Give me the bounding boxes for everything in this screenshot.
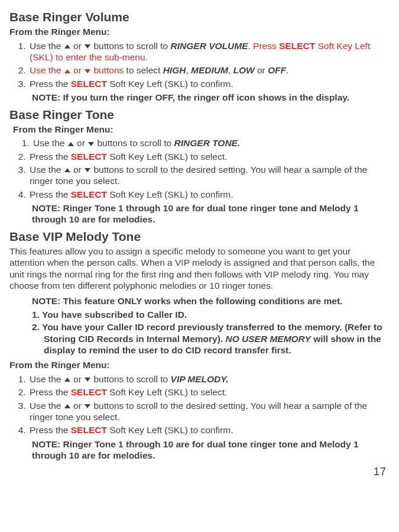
heading-base-vip-melody: Base VIP Melody Tone (9, 229, 386, 244)
label-select: SELECT (71, 387, 107, 397)
text: Press the (30, 151, 71, 162)
term-no-user-memory: NO USER MEMORY (225, 334, 310, 344)
up-arrow-icon (64, 168, 70, 172)
up-arrow-icon (64, 69, 70, 73)
up-arrow-icon (68, 142, 74, 146)
text: or (71, 374, 84, 384)
heading-base-ringer-volume: Base Ringer Volume (9, 9, 386, 25)
label-select: SELECT (279, 41, 315, 51)
condition-1: 1. You have subscribed to Caller ID. (32, 309, 386, 320)
steps-ringer-volume: Use the or buttons to scroll to RINGER V… (9, 40, 386, 90)
opt-medium: MEDIUM (191, 65, 228, 75)
step: Use the or buttons to scroll to RINGER V… (28, 40, 386, 63)
step: Press the SELECT Soft Key Left (SKL) to … (28, 78, 386, 89)
label-select: SELECT (71, 425, 107, 435)
subhead-ringer-menu-3: From the Ringer Menu: (9, 359, 386, 370)
text: Use the (30, 165, 64, 175)
text: buttons (91, 65, 124, 75)
note-ringer-off: NOTE: If you turn the ringer OFF, the ri… (32, 92, 386, 103)
text: Soft Key Left (SKL) to select. (107, 151, 227, 162)
down-arrow-icon (85, 44, 90, 49)
step: Press the SELECT Soft Key Left (SKL) to … (28, 151, 386, 162)
text: or (71, 65, 84, 75)
text: buttons to scroll to (91, 41, 170, 51)
subhead-ringer-menu-2: From the Ringer Menu: (13, 124, 386, 135)
note-conditions: NOTE: This feature ONLY works when the f… (32, 295, 386, 307)
steps-ringer-tone-cont: Press the SELECT Soft Key Left (SKL) to … (9, 151, 386, 201)
heading-base-ringer-tone: Base Ringer Tone (9, 107, 386, 122)
text: , (186, 65, 191, 75)
term-ringer-tone: RINGER TONE. (174, 138, 241, 148)
steps-ringer-tone: Use the or buttons to scroll to RINGER T… (9, 137, 386, 149)
text: Use the (33, 138, 67, 148)
text: buttons to scroll to (95, 138, 174, 148)
down-arrow-icon (85, 378, 90, 382)
text: Soft Key Left (SKL) to confirm. (107, 425, 233, 435)
text: 2. (32, 322, 40, 332)
text: or (71, 165, 84, 175)
text: . (286, 65, 288, 75)
text: Press the (30, 189, 71, 199)
step: Use the or buttons to scroll to the desi… (28, 164, 386, 187)
text: Press the (30, 79, 71, 89)
text: Press the (30, 387, 71, 397)
down-arrow-icon (85, 168, 90, 172)
step: Use the or buttons to select HIGH, MEDIU… (28, 65, 386, 76)
steps-vip-melody: Use the or buttons to scroll to VIP MELO… (9, 373, 386, 436)
down-arrow-icon (85, 404, 90, 408)
step: Press the SELECT Soft Key Left (SKL) to … (28, 386, 386, 398)
text: , (228, 65, 233, 75)
text: Use the (30, 65, 64, 75)
text: Use the (30, 41, 64, 51)
text: or (74, 138, 87, 148)
subhead-ringer-menu-1: From the Ringer Menu: (9, 26, 386, 37)
up-arrow-icon (64, 404, 70, 408)
step: Press the SELECT Soft Key Left (SKL) to … (28, 424, 386, 436)
up-arrow-icon (64, 378, 70, 382)
text: Press (253, 41, 279, 51)
opt-low: LOW (233, 65, 255, 75)
label-select: SELECT (71, 189, 107, 199)
text: or (71, 41, 84, 51)
label-select: SELECT (71, 151, 107, 162)
up-arrow-icon (64, 44, 70, 49)
step: Use the or buttons to scroll to RINGER T… (32, 137, 386, 149)
label-select: SELECT (71, 79, 107, 89)
text: . (248, 41, 253, 51)
text: or (71, 401, 84, 411)
step: Press the SELECT Soft Key Left (SKL) to … (28, 189, 386, 200)
text: Use the (30, 374, 64, 384)
text: Press the (30, 425, 71, 435)
text: to select (124, 65, 163, 75)
text: or (255, 65, 268, 75)
step: Use the or buttons to scroll to VIP MELO… (28, 373, 386, 385)
condition-2: 2. You have your Caller ID record previo… (32, 321, 386, 356)
vip-description: This features allow you to assign a spec… (9, 246, 386, 292)
text: Soft Key Left (SKL) to select. (107, 387, 227, 397)
note-vip-melody: NOTE: Ringer Tone 1 through 10 are for d… (32, 439, 386, 462)
text: Soft Key Left (SKL) to confirm. (107, 189, 233, 199)
note-ringer-tone: NOTE: Ringer Tone 1 through 10 are for d… (32, 202, 386, 225)
text: buttons to scroll to (91, 374, 170, 384)
step: Use the or buttons to scroll to the desi… (28, 400, 386, 423)
down-arrow-icon (85, 69, 90, 73)
down-arrow-icon (88, 142, 94, 146)
opt-off: OFF (268, 65, 286, 75)
page-number: 17 (9, 465, 386, 479)
opt-high: HIGH (163, 65, 186, 75)
term-ringer-volume: RINGER VOLUME (171, 41, 248, 51)
text: Soft Key Left (SKL) to confirm. (107, 79, 233, 89)
text: Use the (30, 401, 64, 411)
term-vip-melody: VIP MELODY. (171, 374, 229, 384)
